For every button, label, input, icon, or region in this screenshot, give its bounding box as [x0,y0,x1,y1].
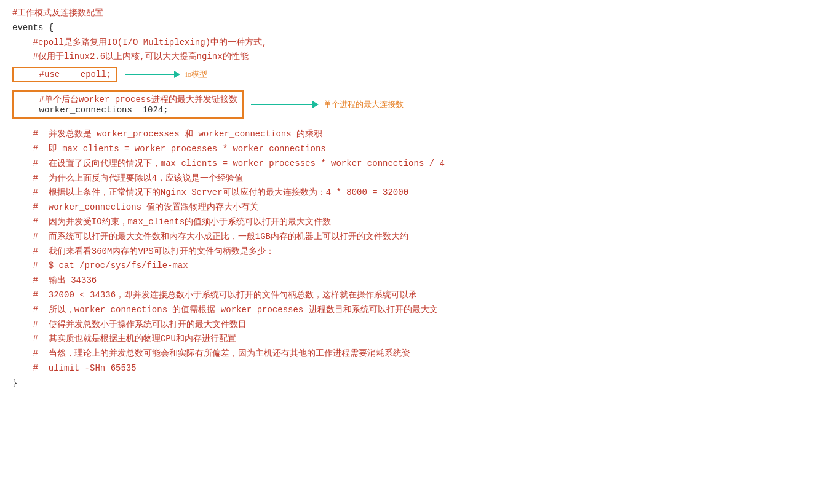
events-close-line: } [12,376,819,391]
concurrency9-text: # 我们来看看360M内存的VPS可以打开的文件句柄数是多少： [12,245,274,259]
epoll-comment2-text: #仅用于linux2.6以上内核,可以大大提高nginx的性能 [12,50,249,65]
so-line: # 所以，worker_connections 的值需根据 worker_pro… [12,303,819,318]
concurrency4-line: # 为什么上面反向代理要除以4，应该说是一个经验值 [12,171,819,186]
concurrency9-line: # 我们来看看360M内存的VPS可以打开的文件句柄数是多少： [12,245,819,259]
diff-line: # 当然，理论上的并发总数可能会和实际有所偏差，因为主机还有其他的工作进程需要消… [12,347,819,361]
concurrency8-line: # 而系统可以打开的最大文件数和内存大小成正比，一般1GB内存的机器上可以打开的… [12,230,819,245]
single-arrow: 单个进程的最大连接数 [251,99,404,110]
heading-line: #工作模式及连接数配置 [12,6,819,21]
events-open-line: events { [12,21,819,36]
spacer2 [12,121,819,127]
cpu-text: # 其实质也就是根据主机的物理CPU和内存进行配置 [12,332,236,347]
concurrency8-text: # 而系统可以打开的最大文件数和内存大小成正比，一般1GB内存的机器上可以打开的… [12,230,408,245]
concurrency6-line: # worker_connections 值的设置跟物理内存大小有关 [12,200,819,215]
concurrency1-text: # 并发总数是 worker_processes 和 worker_connec… [12,127,322,142]
single-annotation: 单个进程的最大连接数 [324,99,404,110]
code-container: #工作模式及连接数配置 events { #epoll是多路复用IO(I/O M… [12,6,819,391]
epoll-comment2-line: #仅用于linux2.6以上内核,可以大大提高nginx的性能 [12,50,819,65]
use-epoll-line: #use epoll; io模型 [12,67,819,82]
so-text: # 所以，worker_connections 的值需根据 worker_pro… [12,303,438,318]
heading-text: #工作模式及连接数配置 [12,6,103,21]
concurrency1-line: # 并发总数是 worker_processes 和 worker_connec… [12,127,819,142]
spacer1 [12,84,819,88]
cat-text: # $ cat /proc/sys/fs/file-max [12,259,188,274]
single-arrow-line [251,104,312,105]
concurrency2-line: # 即 max_clients = worker_processes * wor… [12,142,819,157]
concurrency5-line: # 根据以上条件，正常情况下的Nginx Server可以应付的最大连接数为：4… [12,186,819,200]
cpu-line: # 其实质也就是根据主机的物理CPU和内存进行配置 [12,332,819,347]
concurrency2-text: # 即 max_clients = worker_processes * wor… [12,142,326,157]
make-text: # 使得并发总数小于操作系统可以打开的最大文件数目 [12,318,247,333]
ulimit-line: # ulimit -SHn 65535 [12,361,819,376]
output-line: # 输出 34336 [12,274,819,288]
arrow-line [125,74,174,75]
ulimit-text: # ulimit -SHn 65535 [12,361,137,376]
worker-comment-text: #单个后台worker process进程的最大并发链接数 [18,94,237,105]
cat-line: # $ cat /proc/sys/fs/file-max [12,259,819,274]
events-open-text: events { [12,21,54,36]
worker-connections-box: #单个后台worker process进程的最大并发链接数 worker_con… [12,90,244,119]
concurrency7-text: # 因为并发受IO约束，max_clients的值须小于系统可以打开的最大文件数 [12,215,331,230]
concurrency5-text: # 根据以上条件，正常情况下的Nginx Server可以应付的最大连接数为：4… [12,186,408,200]
epoll-comment1-line: #epoll是多路复用IO(I/O Multiplexing)中的一种方式, [12,36,819,50]
concurrency6-text: # worker_connections 值的设置跟物理内存大小有关 [12,200,258,215]
concurrency7-line: # 因为并发受IO约束，max_clients的值须小于系统可以打开的最大文件数 [12,215,819,230]
worker-connections-text: worker_connections 1024; [18,105,237,115]
events-close-text: } [12,376,17,391]
use-epoll-box: #use epoll; [12,67,117,82]
concurrency3-text: # 在设置了反向代理的情况下，max_clients = worker_proc… [12,157,445,171]
arrow-head [174,71,180,78]
single-arrow-head [312,101,319,108]
io-arrow: io模型 [125,69,207,80]
concurrency3-line: # 在设置了反向代理的情况下，max_clients = worker_proc… [12,157,819,171]
diff-text: # 当然，理论上的并发总数可能会和实际有所偏差，因为主机还有其他的工作进程需要消… [12,347,410,361]
epoll-comment1-text: #epoll是多路复用IO(I/O Multiplexing)中的一种方式, [12,36,267,50]
io-annotation: io模型 [185,69,207,80]
concurrency4-text: # 为什么上面反向代理要除以4，应该说是一个经验值 [12,171,243,186]
compare-text: # 32000 < 34336，即并发连接总数小于系统可以打开的文件句柄总数，这… [12,288,417,303]
output-text: # 输出 34336 [12,274,97,288]
compare-line: # 32000 < 34336，即并发连接总数小于系统可以打开的文件句柄总数，这… [12,288,819,303]
make-line: # 使得并发总数小于操作系统可以打开的最大文件数目 [12,318,819,333]
worker-connections-block: #单个后台worker process进程的最大并发链接数 worker_con… [12,90,819,119]
